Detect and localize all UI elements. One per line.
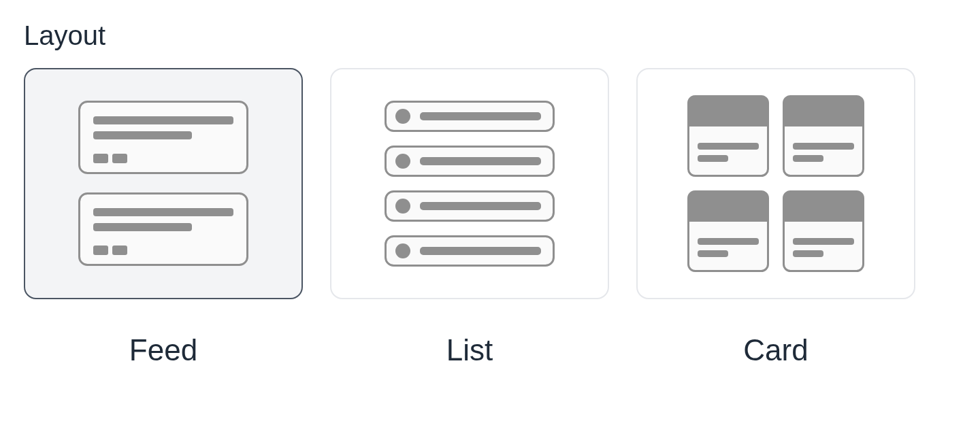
svg-point-20: [395, 243, 410, 258]
svg-rect-28: [698, 143, 759, 150]
svg-rect-41: [793, 250, 823, 257]
layout-option-card: Card: [636, 68, 915, 367]
svg-rect-12: [420, 112, 541, 120]
svg-rect-21: [420, 247, 541, 255]
section-title: Layout: [24, 20, 956, 51]
svg-point-11: [395, 109, 410, 124]
svg-rect-18: [420, 202, 541, 210]
feed-icon: [78, 101, 248, 267]
svg-rect-31: [783, 95, 864, 126]
svg-rect-2: [93, 131, 192, 139]
layout-option-card-preview[interactable]: [636, 68, 915, 299]
svg-rect-33: [793, 155, 823, 162]
layout-option-list-preview[interactable]: [330, 68, 609, 299]
layout-option-list-label: List: [446, 333, 493, 367]
svg-rect-3: [93, 154, 108, 163]
layout-option-list: List: [330, 68, 609, 367]
svg-rect-15: [420, 157, 541, 165]
layout-options: Feed: [24, 68, 956, 367]
svg-rect-40: [793, 238, 854, 245]
svg-point-17: [395, 199, 410, 214]
list-icon: [385, 101, 555, 267]
svg-rect-35: [687, 190, 769, 222]
svg-rect-9: [112, 246, 127, 255]
layout-option-feed: Feed: [24, 68, 303, 367]
svg-rect-1: [93, 116, 233, 124]
layout-option-feed-preview[interactable]: [24, 68, 303, 299]
layout-option-card-label: Card: [743, 333, 808, 367]
svg-rect-29: [698, 155, 728, 162]
svg-rect-27: [687, 95, 769, 126]
svg-point-14: [395, 154, 410, 169]
svg-rect-36: [698, 238, 759, 245]
svg-rect-32: [793, 143, 854, 150]
card-icon: [687, 95, 864, 272]
svg-rect-6: [93, 208, 233, 216]
svg-rect-4: [112, 154, 127, 163]
svg-rect-7: [93, 223, 192, 231]
svg-rect-39: [783, 190, 864, 222]
svg-rect-8: [93, 246, 108, 255]
svg-rect-37: [698, 250, 728, 257]
layout-option-feed-label: Feed: [129, 333, 197, 367]
